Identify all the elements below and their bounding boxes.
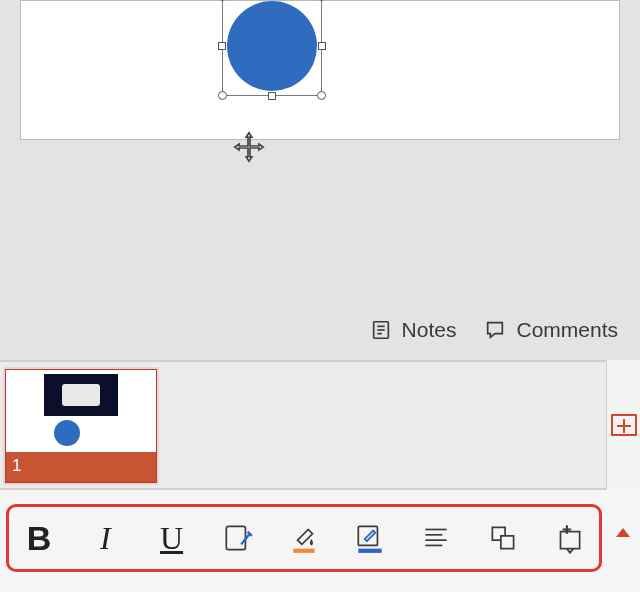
svg-rect-13 — [501, 536, 514, 549]
svg-rect-4 — [226, 526, 245, 549]
slide-thumbnail-strip[interactable]: 1 — [0, 360, 640, 490]
selected-shape-circle[interactable] — [219, 1, 325, 99]
svg-rect-14 — [560, 532, 579, 549]
format-painter-button[interactable] — [205, 504, 271, 572]
slide-canvas[interactable] — [20, 0, 620, 140]
notes-label: Notes — [402, 318, 457, 342]
highlight-color-button[interactable] — [271, 504, 337, 572]
slide-thumbnail[interactable]: 1 — [6, 370, 156, 482]
bold-icon: B — [27, 519, 52, 558]
thumbnail-circle — [54, 420, 80, 446]
align-lines-icon — [419, 521, 453, 555]
resize-handle-bottom-mid[interactable] — [268, 92, 276, 100]
align-button[interactable] — [403, 504, 469, 572]
bold-button[interactable]: B — [6, 504, 72, 572]
underline-button[interactable]: U — [138, 504, 204, 572]
resize-handle-top-left[interactable] — [218, 0, 227, 1]
italic-icon: I — [100, 520, 111, 557]
font-color-button[interactable] — [337, 504, 403, 572]
slide-meta-bar: Notes Comments — [0, 310, 640, 350]
resize-handle-mid-right[interactable] — [318, 42, 326, 50]
resize-handle-bottom-left[interactable] — [218, 91, 227, 100]
comments-button[interactable]: Comments — [484, 318, 618, 342]
thumbnail-sidebar — [606, 360, 640, 490]
comments-label: Comments — [516, 318, 618, 342]
notes-button[interactable]: Notes — [370, 318, 457, 342]
bottom-toolbar-area: B I U — [0, 490, 640, 592]
thumbnail-index: 1 — [6, 452, 156, 482]
slide-editor-background: Notes Comments — [0, 0, 640, 360]
thumbnail-image — [44, 374, 118, 416]
pencil-icon — [353, 521, 387, 555]
notes-icon — [370, 319, 392, 341]
add-slide-button[interactable] — [611, 414, 637, 436]
formatting-toolbar: B I U — [6, 504, 602, 572]
textbox-plus-icon — [552, 521, 586, 555]
format-painter-icon — [221, 521, 255, 555]
resize-handle-mid-left[interactable] — [218, 42, 226, 50]
insert-textbox-button[interactable] — [536, 504, 602, 572]
selection-bounding-box[interactable] — [222, 0, 322, 96]
svg-rect-7 — [359, 549, 382, 553]
resize-handle-top-right[interactable] — [317, 0, 326, 1]
svg-rect-5 — [293, 549, 314, 553]
arrange-button[interactable] — [470, 504, 536, 572]
underline-icon: U — [160, 520, 183, 557]
expand-toolbar-button[interactable] — [616, 528, 630, 537]
resize-handle-bottom-right[interactable] — [317, 91, 326, 100]
arrange-shapes-icon — [486, 521, 520, 555]
move-cursor-icon — [232, 130, 266, 164]
italic-button[interactable]: I — [72, 504, 138, 572]
comments-icon — [484, 319, 506, 341]
paint-bucket-icon — [287, 521, 321, 555]
